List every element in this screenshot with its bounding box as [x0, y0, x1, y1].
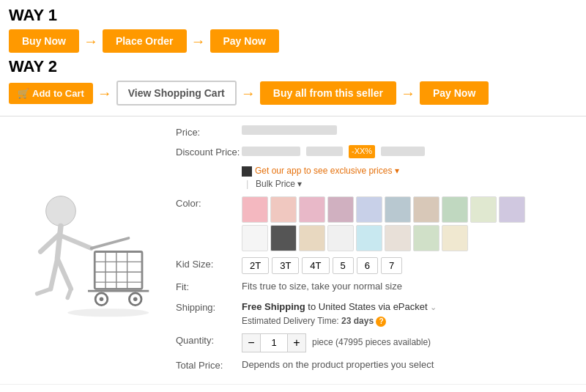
shipping-select[interactable]: ⌄	[430, 303, 437, 311]
svg-rect-9	[94, 251, 142, 289]
swatch-2[interactable]	[270, 196, 297, 223]
swatch-15[interactable]	[356, 225, 382, 251]
way1-buy-now-button[interactable]: Buy Now	[9, 29, 79, 53]
swatch-17[interactable]	[413, 225, 440, 251]
size-5[interactable]: 5	[333, 257, 354, 274]
swatch-9[interactable]	[470, 196, 497, 223]
shipping-via: to United States via ePacket	[308, 301, 427, 312]
help-icon[interactable]: ?	[376, 317, 386, 327]
app-promo[interactable]: Get our app to see exclusive prices ▾	[242, 165, 579, 177]
swatch-5[interactable]	[356, 196, 382, 223]
arrow5: →	[401, 85, 415, 102]
way1-place-order-button[interactable]: Place Order	[103, 29, 187, 53]
bottom-actions: Buy Now Add to Cart ♡ 7609 If you like i…	[0, 384, 586, 392]
quantity-input[interactable]	[261, 333, 287, 352]
discount-blurred2	[306, 147, 343, 156]
swatch-6[interactable]	[385, 196, 411, 223]
fit-row: Fit: Fits true to size, take your normal…	[176, 280, 579, 294]
discount-price-value: -XX%	[242, 145, 579, 158]
swatch-16[interactable]	[385, 225, 411, 251]
discount-badge: -XX%	[349, 145, 375, 158]
shipping-row: Shipping: Free Shipping to United States…	[176, 300, 579, 328]
product-details: Price: Discount Price: -XX% Get our app …	[176, 122, 586, 381]
way1-row: Buy Now → Place Order → Pay Now	[9, 29, 577, 53]
discount-blurred3	[381, 147, 425, 156]
svg-line-8	[92, 238, 129, 248]
discount-price-row: Discount Price: -XX%	[176, 145, 579, 159]
chevron-down-icon: ▾	[297, 179, 302, 189]
way1-pay-now-button[interactable]: Pay Now	[210, 29, 279, 53]
svg-line-6	[37, 289, 51, 293]
swatch-3[interactable]	[299, 196, 325, 223]
delivery-info: Estimated Delivery Time: 23 days ?	[242, 315, 579, 328]
size-6[interactable]: 6	[357, 257, 378, 274]
arrow4: →	[241, 85, 256, 102]
fit-label: Fit:	[176, 280, 242, 294]
swatch-7[interactable]	[413, 196, 440, 223]
svg-point-0	[46, 196, 76, 226]
kid-size-row: Kid Size: 2T 3T 4T 5 6 7	[176, 257, 579, 274]
size-3t[interactable]: 3T	[272, 257, 299, 274]
size-4t[interactable]: 4T	[302, 257, 329, 274]
quantity-label: Quantity:	[176, 333, 242, 347]
quantity-row: Quantity: − + piece (47995 pieces availa…	[176, 333, 579, 352]
swatch-14[interactable]	[327, 225, 354, 251]
buy-all-button[interactable]: Buy all from this seller	[260, 81, 396, 105]
kid-size-label: Kid Size:	[176, 257, 242, 271]
shipping-label: Shipping:	[176, 300, 242, 314]
swatch-13[interactable]	[299, 225, 325, 251]
way2-label: WAY 2	[9, 57, 577, 76]
swatch-1[interactable]	[242, 196, 268, 223]
price-blurred	[242, 125, 337, 135]
product-image	[18, 184, 157, 319]
chevron-down-icon: ▾	[395, 165, 399, 177]
app-promo-row: Get our app to see exclusive prices ▾ | …	[176, 165, 579, 191]
color-row: Color:	[176, 196, 579, 251]
swatch-8[interactable]	[442, 196, 468, 223]
swatch-4[interactable]	[327, 196, 354, 223]
way2-row: 🛒 Add to Cart → View Shopping Cart → Buy…	[9, 81, 577, 106]
arrow3: →	[97, 85, 112, 102]
svg-point-19	[100, 297, 104, 301]
color-label: Color:	[176, 196, 242, 210]
swatch-18[interactable]	[442, 225, 468, 251]
price-value	[242, 125, 579, 138]
total-depends: Depends on the product properties you se…	[242, 358, 434, 371]
svg-point-21	[67, 308, 149, 317]
way2-pay-now-button[interactable]: Pay Now	[420, 81, 489, 105]
size-2t[interactable]: 2T	[242, 257, 269, 274]
svg-point-20	[133, 297, 138, 301]
product-image-area	[0, 122, 176, 381]
total-price-label: Total Price:	[176, 358, 242, 372]
svg-line-2	[59, 234, 91, 248]
way1-label: WAY 1	[9, 6, 577, 25]
bulk-price-link[interactable]: Bulk Price ▾	[256, 179, 302, 189]
main-content: Price: Discount Price: -XX% Get our app …	[0, 119, 586, 381]
free-shipping: Free Shipping	[242, 301, 305, 312]
quantity-decrease-button[interactable]: −	[242, 333, 261, 352]
view-shopping-cart-button[interactable]: View Shopping Cart	[116, 81, 237, 106]
total-price-row: Total Price: Depends on the product prop…	[176, 358, 579, 372]
color-swatches	[242, 196, 549, 251]
svg-line-4	[51, 259, 57, 289]
swatch-10[interactable]	[499, 196, 525, 223]
size-7[interactable]: 7	[381, 257, 402, 274]
quantity-control: − +	[242, 333, 306, 352]
svg-line-1	[57, 226, 61, 258]
delivery-days: 23 days	[341, 316, 374, 326]
price-label: Price:	[176, 125, 242, 139]
svg-line-7	[67, 289, 71, 297]
shipping-text: Free Shipping to United States via ePack…	[242, 300, 579, 314]
size-options: 2T 3T 4T 5 6 7	[242, 257, 402, 274]
cart-icon: 🛒	[18, 88, 29, 99]
swatch-11[interactable]	[242, 225, 268, 251]
qr-icon	[242, 166, 252, 177]
way2-add-to-cart-button[interactable]: 🛒 Add to Cart	[9, 83, 93, 104]
arrow2: →	[191, 33, 206, 50]
quantity-increase-button[interactable]: +	[287, 333, 306, 352]
fit-text: Fits true to size, take your normal size	[242, 280, 402, 293]
svg-line-5	[57, 259, 71, 289]
discount-price-label: Discount Price:	[176, 145, 242, 159]
swatch-12[interactable]	[270, 225, 297, 251]
arrow1: →	[84, 33, 98, 50]
